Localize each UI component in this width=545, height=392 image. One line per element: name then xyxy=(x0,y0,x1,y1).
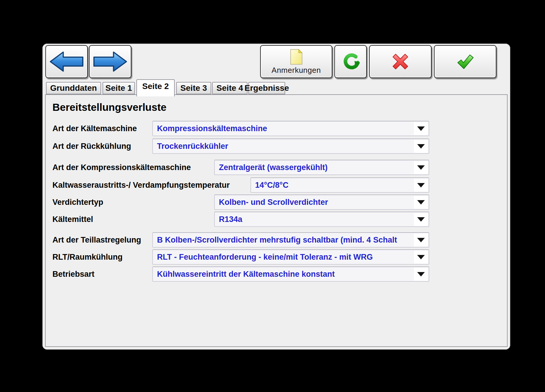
form-row: Art der Kältemaschine Kompressionskältem… xyxy=(52,121,429,136)
field-label: Art der Teillastregelung xyxy=(52,232,141,248)
combobox-art-der-kompressionskaeltemaschine[interactable]: Zentralgerät (wassergekühlt) xyxy=(214,160,429,175)
field-label: Kaltwasseraustritts-/ Verdampfungstemper… xyxy=(52,177,230,193)
field-label: RLT/Raumkühlung xyxy=(52,249,123,265)
dropdown-arrow-icon[interactable] xyxy=(414,196,428,209)
field-label: Kältemittel xyxy=(52,212,93,227)
form-row: RLT/Raumkühlung RLT - Feuchteanforderung… xyxy=(52,249,429,265)
combobox-value: Kolben- und Scrollverdichter xyxy=(215,198,414,207)
combobox-kaeltemittel[interactable]: R134a xyxy=(214,212,429,227)
tab-seite-1[interactable]: Seite 1 xyxy=(103,82,135,94)
combobox-value: Zentralgerät (wassergekühlt) xyxy=(215,163,414,172)
dialog-window: Anmerkungen xyxy=(42,44,510,350)
dropdown-arrow-icon[interactable] xyxy=(414,122,428,135)
combobox-value: Kompressionskältemaschine xyxy=(153,124,414,133)
dropdown-arrow-icon[interactable] xyxy=(414,268,428,281)
forward-button[interactable] xyxy=(89,45,131,78)
dropdown-arrow-icon[interactable] xyxy=(414,233,428,246)
form-row: Betriebsart Kühlwassereintritt der Kälte… xyxy=(52,266,429,282)
refresh-button[interactable] xyxy=(334,45,367,78)
combobox-rlt-raumkuehlung[interactable]: RLT - Feuchteanforderung - keine/mit Tol… xyxy=(152,249,429,265)
refresh-icon xyxy=(341,52,360,71)
arrow-left-icon xyxy=(48,50,85,73)
dropdown-arrow-icon[interactable] xyxy=(414,140,428,153)
combobox-art-der-teillastregelung[interactable]: B Kolben-/Scrollverdichter mehrstufig sc… xyxy=(152,232,429,248)
combobox-kaltwasseraustrittstemperatur[interactable]: 14°C/8°C xyxy=(250,177,429,193)
field-label: Verdichtertyp xyxy=(52,195,103,210)
page-title: Bereitstellungsverluste xyxy=(52,101,166,113)
back-button[interactable] xyxy=(45,45,88,78)
tab-ergebnisse[interactable]: Ergebnisse xyxy=(248,82,285,94)
form-row: Art der Rückkühlung Trockenrückkühler xyxy=(52,139,429,154)
cancel-button[interactable] xyxy=(369,45,432,78)
field-label: Art der Kompressionskältemaschine xyxy=(52,160,191,175)
form-row: Art der Teillastregelung B Kolben-/Scrol… xyxy=(52,232,429,248)
checkmark-icon xyxy=(456,52,475,71)
combobox-art-der-kaeltemaschine[interactable]: Kompressionskältemaschine xyxy=(152,121,429,136)
combobox-value: Kühlwassereintritt der Kältemaschine kon… xyxy=(153,270,414,279)
combobox-value: 14°C/8°C xyxy=(251,181,414,190)
dropdown-arrow-icon[interactable] xyxy=(414,213,428,226)
combobox-value: B Kolben-/Scrollverdichter mehrstufig sc… xyxy=(153,235,414,245)
note-icon xyxy=(290,49,303,65)
form-row: Kaltwasseraustritts-/ Verdampfungstemper… xyxy=(52,177,429,193)
tab-seite-2[interactable]: Seite 2 xyxy=(136,79,175,96)
field-label: Art der Kältemaschine xyxy=(52,121,137,136)
combobox-value: Trockenrückkühler xyxy=(153,142,414,151)
dropdown-arrow-icon[interactable] xyxy=(414,161,428,174)
tab-seite-4[interactable]: Seite 4 xyxy=(212,82,247,94)
confirm-button[interactable] xyxy=(434,45,496,78)
dropdown-arrow-icon[interactable] xyxy=(414,179,428,192)
annotations-button[interactable]: Anmerkungen xyxy=(260,45,332,78)
tab-seite-3[interactable]: Seite 3 xyxy=(176,82,211,94)
field-label: Betriebsart xyxy=(52,266,95,282)
form-row: Art der Kompressionskältemaschine Zentra… xyxy=(52,160,429,175)
arrow-right-icon xyxy=(92,50,128,73)
combobox-betriebsart[interactable]: Kühlwassereintritt der Kältemaschine kon… xyxy=(152,266,429,282)
annotations-button-label: Anmerkungen xyxy=(272,66,321,75)
form-row: Kältemittel R134a xyxy=(52,212,429,227)
screen: { "toolbar": { "back_icon": "arrow-left-… xyxy=(0,0,545,392)
dropdown-arrow-icon[interactable] xyxy=(414,251,428,263)
field-label: Art der Rückkühlung xyxy=(52,139,131,154)
combobox-value: R134a xyxy=(215,215,414,224)
combobox-art-der-rueckkuehlung[interactable]: Trockenrückkühler xyxy=(152,139,429,154)
combobox-value: RLT - Feuchteanforderung - keine/mit Tol… xyxy=(153,253,414,262)
combobox-verdichtertyp[interactable]: Kolben- und Scrollverdichter xyxy=(214,195,429,210)
cross-icon xyxy=(391,52,410,71)
tab-page-seite-2: Bereitstellungsverluste Art der Kältemas… xyxy=(45,94,508,347)
tab-grunddaten[interactable]: Grunddaten xyxy=(46,82,101,94)
form-row: Verdichtertyp Kolben- und Scrollverdicht… xyxy=(52,195,429,210)
